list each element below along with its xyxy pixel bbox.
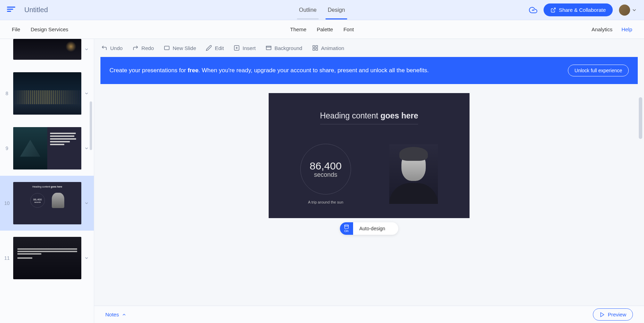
app-logo-icon[interactable] — [7, 7, 15, 14]
undo-button[interactable]: Undo — [101, 45, 123, 51]
chevron-down-icon[interactable] — [84, 201, 89, 206]
canvas-scrollbar[interactable] — [639, 97, 643, 306]
auto-design-control: On Auto-design — [340, 222, 399, 235]
svg-marker-15 — [601, 313, 604, 317]
stat-block[interactable]: 86,400 seconds A trip around the sun — [300, 144, 351, 204]
insert-button[interactable]: Insert — [234, 45, 256, 51]
share-button[interactable]: Share & Collaborate — [544, 3, 613, 16]
cloud-sync-icon[interactable] — [529, 6, 537, 14]
menu-font[interactable]: Font — [343, 26, 354, 32]
preview-button[interactable]: Preview — [593, 308, 633, 321]
auto-design-label[interactable]: Auto-design — [353, 226, 392, 231]
slide-stage: Heading content goes here 86,400 seconds… — [94, 84, 644, 306]
chevron-down-icon — [631, 7, 637, 13]
svg-rect-1 — [164, 46, 169, 50]
menu-bar: File Design Services Theme Palette Font … — [0, 20, 644, 39]
portrait-image[interactable] — [389, 144, 438, 204]
menu-design-services[interactable]: Design Services — [31, 26, 68, 32]
svg-point-13 — [394, 226, 398, 231]
unlock-button[interactable]: Unlock full experience — [568, 65, 629, 76]
tab-outline[interactable]: Outline — [297, 1, 319, 19]
slide-thumbnail-11[interactable]: 11 — [0, 231, 94, 285]
stat-label: seconds — [314, 171, 337, 179]
menu-help[interactable]: Help — [621, 26, 632, 32]
avatar — [619, 5, 630, 16]
slide-number: 8 — [3, 91, 10, 96]
animation-button[interactable]: Animation — [312, 45, 344, 51]
notes-toggle[interactable]: Notes — [105, 312, 127, 317]
svg-rect-7 — [313, 45, 315, 47]
chevron-down-icon[interactable] — [84, 47, 89, 52]
background-button[interactable]: Background — [266, 45, 302, 51]
svg-rect-8 — [316, 45, 317, 47]
share-label: Share & Collaborate — [559, 7, 606, 13]
svg-rect-6 — [266, 46, 271, 47]
upgrade-banner: Create your presentations for free. When… — [100, 57, 638, 84]
svg-rect-11 — [344, 225, 348, 229]
help-icon[interactable] — [391, 226, 398, 231]
banner-text: Create your presentations for free. When… — [109, 67, 429, 74]
canvas-area: Undo Redo New Slide Edit Insert Backgrou… — [94, 39, 644, 323]
svg-line-0 — [553, 8, 555, 10]
svg-rect-9 — [316, 49, 317, 50]
slide-number: 9 — [3, 146, 10, 151]
chevron-down-icon[interactable] — [84, 91, 89, 96]
user-menu[interactable] — [619, 5, 637, 16]
auto-design-toggle[interactable]: On — [340, 222, 353, 235]
slide-number: 11 — [3, 255, 10, 261]
menu-palette[interactable]: Palette — [317, 26, 333, 32]
redo-button[interactable]: Redo — [132, 45, 154, 51]
stat-value: 86,400 — [310, 160, 342, 172]
thumb-heading: Heading content — [32, 185, 51, 188]
menu-theme[interactable]: Theme — [290, 26, 307, 32]
tab-design[interactable]: Design — [326, 1, 347, 19]
svg-rect-12 — [344, 225, 348, 226]
document-title[interactable]: Untitled — [24, 6, 48, 14]
new-slide-button[interactable]: New Slide — [164, 45, 196, 51]
stat-caption: A trip around the sun — [308, 200, 343, 204]
current-slide[interactable]: Heading content goes here 86,400 seconds… — [269, 93, 470, 218]
bottom-bar: Notes Preview — [94, 306, 644, 323]
slide-thumbnail-9[interactable]: 9 — [0, 121, 94, 176]
svg-rect-5 — [266, 46, 271, 50]
top-bar: Untitled Outline Design Share & Collabor… — [0, 0, 644, 20]
edit-button[interactable]: Edit — [206, 45, 224, 51]
sidebar-scrollbar[interactable] — [90, 39, 93, 323]
menu-analytics[interactable]: Analytics — [592, 26, 612, 32]
slide-thumbnail-7[interactable] — [0, 39, 94, 66]
slide-number: 10 — [3, 200, 10, 206]
chevron-down-icon[interactable] — [84, 256, 89, 260]
slide-panel: 8 9 10 Heading content goes here 86,400s… — [0, 39, 94, 323]
slide-thumbnail-10[interactable]: 10 Heading content goes here 86,400secon… — [0, 176, 94, 231]
slide-thumbnail-8[interactable]: 8 — [0, 66, 94, 121]
chevron-up-icon — [122, 312, 127, 317]
slide-toolbar: Undo Redo New Slide Edit Insert Backgrou… — [94, 39, 644, 57]
svg-rect-10 — [313, 49, 315, 50]
play-icon — [600, 312, 605, 317]
menu-file[interactable]: File — [12, 26, 20, 32]
chevron-down-icon[interactable] — [84, 146, 89, 151]
slide-heading[interactable]: Heading content goes here — [320, 111, 418, 124]
